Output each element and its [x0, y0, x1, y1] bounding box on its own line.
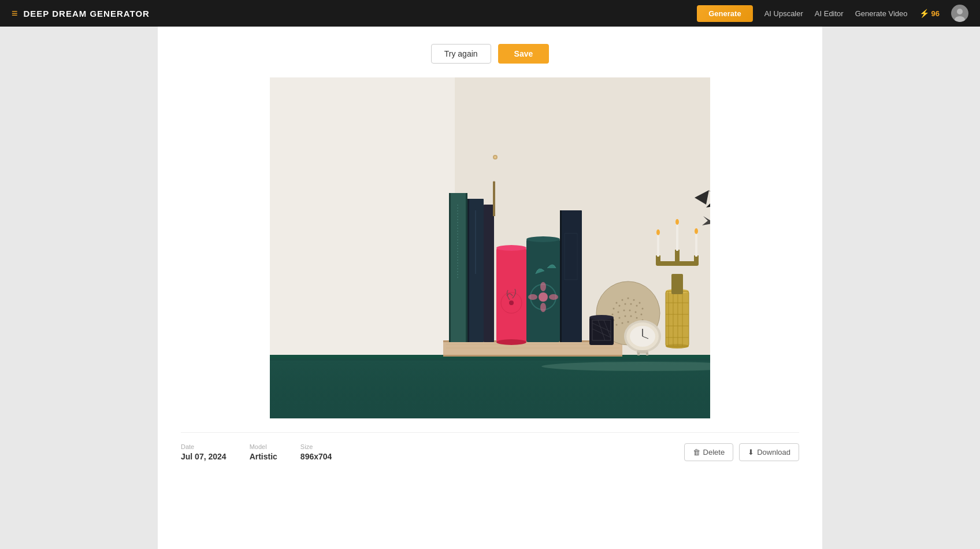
trash-icon: 🗑: [693, 448, 700, 457]
avatar-icon: [951, 5, 968, 22]
energy-count: 96: [931, 9, 940, 18]
svg-point-44: [628, 298, 629, 299]
energy-badge: ⚡ 96: [919, 9, 940, 18]
svg-point-107: [695, 228, 698, 234]
svg-rect-100: [675, 250, 680, 264]
bolt-icon: ⚡: [919, 9, 929, 18]
svg-rect-37: [560, 210, 562, 342]
svg-point-25: [496, 339, 526, 345]
svg-rect-14: [449, 193, 451, 342]
svg-point-53: [612, 314, 614, 316]
model-label: Model: [250, 443, 277, 450]
svg-point-58: [641, 314, 643, 316]
download-icon: ⬇: [748, 448, 754, 457]
svg-point-1: [957, 9, 963, 14]
svg-point-61: [625, 316, 626, 317]
svg-point-50: [630, 303, 632, 305]
svg-point-116: [494, 156, 496, 158]
main-wrapper: Try again Save: [0, 27, 980, 549]
meta-model: Model Artistic: [250, 443, 277, 461]
svg-point-47: [613, 308, 615, 310]
svg-rect-20: [484, 205, 494, 342]
svg-point-24: [496, 245, 526, 251]
avatar[interactable]: [951, 5, 968, 22]
navbar-right: Generate AI Upscaler AI Editor Generate …: [697, 5, 968, 22]
svg-point-60: [619, 317, 621, 319]
svg-point-105: [656, 229, 660, 235]
action-bar: Try again Save: [181, 44, 799, 64]
svg-point-106: [675, 219, 679, 225]
svg-point-63: [636, 317, 638, 319]
svg-point-46: [639, 302, 641, 304]
meta-actions: 🗑 Delete ⬇ Download: [684, 443, 799, 461]
svg-point-42: [616, 302, 618, 304]
svg-rect-12: [443, 355, 622, 357]
svg-point-57: [635, 311, 637, 313]
svg-point-54: [618, 311, 619, 313]
generate-video-link[interactable]: Generate Video: [855, 9, 908, 18]
date-value: Jul 07, 2024: [181, 452, 227, 461]
svg-point-27: [509, 301, 514, 305]
svg-rect-85: [666, 291, 689, 346]
svg-point-35: [549, 294, 558, 300]
svg-point-71: [589, 315, 614, 320]
svg-point-32: [540, 282, 546, 291]
svg-rect-84: [646, 353, 648, 355]
top-navbar: ≡ DEEP DREAM GENERATOR Generate AI Upsca…: [0, 0, 980, 27]
svg-point-31: [539, 292, 548, 302]
svg-rect-21: [493, 181, 495, 216]
svg-point-66: [622, 322, 623, 324]
delete-button[interactable]: 🗑 Delete: [684, 443, 734, 461]
svg-rect-83: [637, 353, 640, 355]
svg-point-49: [625, 303, 626, 305]
size-label: Size: [300, 443, 332, 450]
hamburger-icon[interactable]: ≡: [12, 8, 18, 20]
svg-point-55: [623, 310, 625, 311]
download-label: Download: [757, 448, 790, 457]
svg-rect-103: [676, 223, 678, 251]
svg-point-33: [540, 303, 546, 312]
svg-point-34: [528, 294, 537, 300]
delete-label: Delete: [703, 448, 725, 457]
navbar-left: ≡ DEEP DREAM GENERATOR: [12, 8, 150, 20]
size-value: 896x704: [300, 452, 332, 461]
svg-point-48: [619, 305, 621, 307]
generate-button[interactable]: Generate: [697, 5, 752, 22]
app-title: DEEP DREAM GENERATOR: [24, 9, 150, 18]
svg-point-52: [642, 308, 644, 310]
content-panel: Try again Save: [158, 27, 822, 549]
generated-image-placeholder: [270, 77, 710, 418]
svg-rect-4: [270, 77, 455, 355]
metadata-bar: Date Jul 07, 2024 Model Artistic Size 89…: [181, 432, 799, 466]
svg-rect-13: [449, 193, 467, 342]
svg-rect-18: [467, 199, 469, 342]
svg-point-43: [622, 299, 623, 301]
try-again-button[interactable]: Try again: [431, 44, 491, 64]
svg-point-65: [616, 324, 618, 326]
svg-rect-97: [671, 274, 683, 294]
meta-group: Date Jul 07, 2024 Model Artistic Size 89…: [181, 443, 684, 461]
svg-point-62: [630, 316, 632, 317]
ai-upscaler-link[interactable]: AI Upscaler: [764, 9, 803, 18]
svg-point-29: [526, 236, 560, 242]
svg-point-56: [629, 310, 631, 311]
bookshelf-scene-svg: [270, 77, 710, 418]
model-value: Artistic: [250, 452, 277, 461]
svg-rect-104: [695, 232, 697, 257]
date-label: Date: [181, 443, 227, 450]
svg-rect-36: [560, 210, 582, 342]
save-button[interactable]: Save: [498, 44, 550, 64]
svg-point-51: [636, 305, 638, 307]
svg-rect-101: [694, 255, 699, 264]
svg-rect-99: [656, 255, 660, 264]
svg-rect-102: [657, 233, 659, 257]
meta-date: Date Jul 07, 2024: [181, 443, 227, 461]
svg-point-45: [633, 299, 635, 301]
meta-size: Size 896x704: [300, 443, 332, 461]
download-button[interactable]: ⬇ Download: [739, 443, 799, 461]
svg-rect-15: [466, 193, 467, 342]
image-container: [181, 77, 799, 418]
svg-point-67: [628, 321, 629, 323]
ai-editor-link[interactable]: AI Editor: [815, 9, 844, 18]
